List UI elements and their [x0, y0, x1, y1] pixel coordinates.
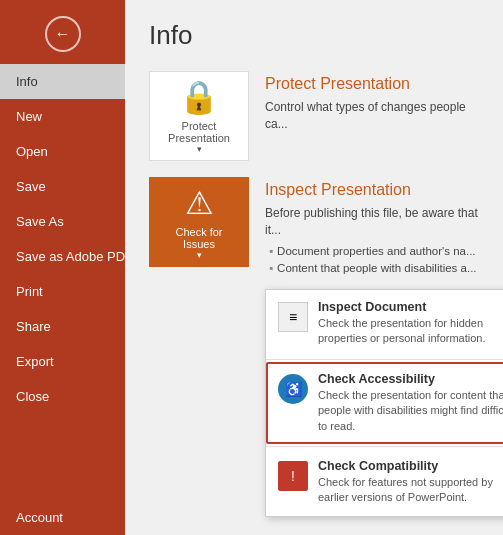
accessibility-icon: ♿: [278, 374, 308, 404]
compatibility-desc: Check for features not supported by earl…: [318, 475, 503, 506]
back-arrow-icon: ←: [55, 25, 71, 43]
sidebar-item-save-as[interactable]: Save As: [0, 204, 125, 239]
dropdown-divider-1: [266, 359, 503, 360]
sidebar-label-info: Info: [16, 74, 38, 89]
protect-button-label: Protect Presentation: [168, 120, 230, 144]
sidebar-item-new[interactable]: New: [0, 99, 125, 134]
sidebar-label-save-as: Save As: [16, 214, 64, 229]
sidebar-item-print[interactable]: Print: [0, 274, 125, 309]
sidebar-item-save[interactable]: Save: [0, 169, 125, 204]
sidebar-item-open[interactable]: Open: [0, 134, 125, 169]
lock-icon: 🔒: [179, 78, 219, 116]
sidebar-label-export: Export: [16, 354, 54, 369]
accessibility-desc: Check the presentation for content that …: [318, 388, 503, 434]
protect-text-area: Protect Presentation Control what types …: [265, 71, 479, 133]
warning-icon: ⚠: [185, 184, 214, 222]
sidebar-item-export[interactable]: Export: [0, 344, 125, 379]
compatibility-title: Check Compatibility: [318, 459, 503, 473]
dropdown-item-compatibility[interactable]: ! Check Compatibility Check for features…: [266, 449, 503, 516]
sidebar-label-close: Close: [16, 389, 49, 404]
inspect-bullet-2: Content that people with disabilities a.…: [265, 260, 479, 277]
sidebar-spacer: [0, 414, 125, 500]
protect-desc: Control what types of changes people ca.…: [265, 99, 479, 133]
sidebar-label-new: New: [16, 109, 42, 124]
protect-button[interactable]: 🔒 Protect Presentation ▾: [149, 71, 249, 161]
inspect-doc-icon: ≡: [278, 302, 308, 332]
inspect-desc: Before publishing this file, be aware th…: [265, 205, 479, 239]
inspect-doc-title: Inspect Document: [318, 300, 503, 314]
sidebar-item-account[interactable]: Account: [0, 500, 125, 535]
compatibility-icon: !: [278, 461, 308, 491]
accessibility-text: Check Accessibility Check the presentati…: [318, 372, 503, 434]
sidebar-label-save: Save: [16, 179, 46, 194]
dropdown-item-accessibility[interactable]: ♿ Check Accessibility Check the presenta…: [266, 362, 503, 444]
exclamation-icon: !: [291, 468, 295, 484]
check-issues-label: Check for Issues: [175, 226, 222, 250]
sidebar: ← Info New Open Save Save As Save as Ado…: [0, 0, 125, 535]
protect-title: Protect Presentation: [265, 75, 479, 93]
protect-presentation-card: 🔒 Protect Presentation ▾ Protect Present…: [149, 71, 479, 161]
inspect-text-area: Inspect Presentation Before publishing t…: [265, 177, 479, 277]
inspect-bullet-1: Document properties and author's na...: [265, 243, 479, 260]
dropdown-item-inspect-doc[interactable]: ≡ Inspect Document Check the presentatio…: [266, 290, 503, 357]
compatibility-text: Check Compatibility Check for features n…: [318, 459, 503, 506]
sidebar-label-open: Open: [16, 144, 48, 159]
check-issues-arrow: ▾: [197, 250, 202, 260]
protect-dropdown-arrow: ▾: [197, 144, 202, 154]
sidebar-item-info[interactable]: Info: [0, 64, 125, 99]
document-lines-icon: ≡: [289, 309, 297, 325]
inspect-bullets: Document properties and author's na... C…: [265, 243, 479, 278]
back-button[interactable]: ←: [0, 0, 125, 64]
accessibility-title: Check Accessibility: [318, 372, 503, 386]
back-circle-icon[interactable]: ←: [45, 16, 81, 52]
sidebar-item-save-adobe[interactable]: Save as Adobe PDF: [0, 239, 125, 274]
inspect-title: Inspect Presentation: [265, 181, 479, 199]
main-content: Info 🔒 Protect Presentation ▾ Protect Pr…: [125, 0, 503, 535]
sidebar-label-print: Print: [16, 284, 43, 299]
sidebar-label-save-adobe: Save as Adobe PDF: [16, 249, 133, 264]
check-issues-button[interactable]: ⚠ Check for Issues ▾: [149, 177, 249, 267]
sidebar-item-share[interactable]: Share: [0, 309, 125, 344]
inspect-presentation-card: ⚠ Check for Issues ▾ Inspect Presentatio…: [149, 177, 479, 277]
inspect-doc-text: Inspect Document Check the presentation …: [318, 300, 503, 347]
sidebar-label-account: Account: [16, 510, 63, 525]
inspect-doc-desc: Check the presentation for hidden proper…: [318, 316, 503, 347]
dropdown-divider-2: [266, 446, 503, 447]
check-issues-dropdown: ≡ Inspect Document Check the presentatio…: [265, 289, 503, 517]
sidebar-item-close[interactable]: Close: [0, 379, 125, 414]
person-icon: ♿: [285, 381, 302, 397]
page-title: Info: [149, 20, 479, 51]
sidebar-label-share: Share: [16, 319, 51, 334]
